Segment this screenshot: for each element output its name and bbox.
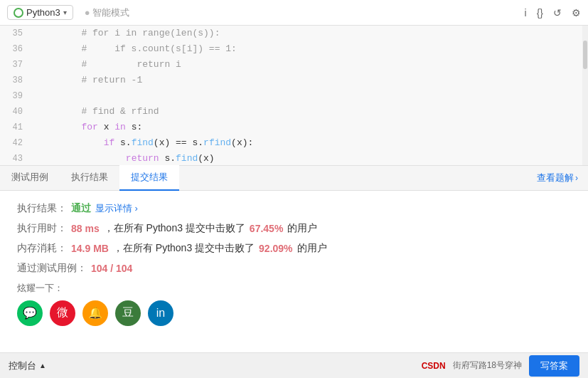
time-value: 88 ms — [71, 223, 100, 234]
line-code: for x in s: — [30, 120, 588, 135]
code-line: 38 # return -1 — [0, 73, 588, 88]
code-line: 39 — [0, 88, 588, 104]
line-number: 42 — [0, 135, 30, 151]
code-line: 35 # for i in range(len(s)): — [0, 26, 588, 41]
social-bell-button[interactable]: 🔔 — [82, 300, 108, 326]
submit-button[interactable]: 写答案 — [529, 355, 579, 377]
code-line: 37 # return i — [0, 57, 588, 73]
test-label: 通过测试用例： — [17, 262, 87, 275]
csdn-label: CSDN — [422, 361, 446, 371]
mem-value: 14.9 MB — [71, 243, 109, 254]
code-line: 40 # find & rfind — [0, 104, 588, 120]
code-line: 36 # if s.count(s[i]) == 1: — [0, 41, 588, 57]
test-count-row: 通过测试用例： 104 / 104 — [17, 262, 571, 275]
pass-badge: 通过 — [71, 202, 91, 215]
line-code: if s.find(x) == s.rfind(x): — [30, 135, 588, 151]
view-solution-label: 查看题解 — [537, 172, 574, 184]
time-suffix: 的用户 — [287, 222, 317, 235]
line-code: return s.find(x) — [30, 151, 588, 165]
mem-beat: ，在所有 Python3 提交中击败了 — [113, 242, 255, 255]
detail-link[interactable]: 显示详情 — [95, 202, 138, 215]
line-code: # find & rfind — [30, 104, 588, 120]
social-douban-button[interactable]: 豆 — [115, 300, 141, 326]
line-code: # return -1 — [30, 73, 588, 88]
test-value: 104 / 104 — [91, 263, 132, 274]
social-row: 炫耀一下： 💬微🔔豆in — [17, 282, 571, 326]
code-editor: 35 # for i in range(len(s)):36 # if s.co… — [0, 26, 588, 165]
console-button[interactable]: 控制台 ▲ — [9, 359, 46, 372]
line-number: 38 — [0, 73, 30, 88]
braces-icon[interactable]: {} — [537, 7, 543, 19]
chevron-right-icon: › — [575, 173, 578, 183]
language-selector[interactable]: Python3 ▾ — [7, 5, 73, 20]
settings-icon[interactable]: ⚙ — [572, 7, 581, 19]
code-scrollbar[interactable] — [582, 26, 588, 165]
tabs-bar: 测试用例 执行结果 提交结果 查看题解 › — [0, 165, 588, 191]
code-line: 41 for x in s: — [0, 120, 588, 135]
code-lines: 35 # for i in range(len(s)):36 # if s.co… — [0, 26, 588, 165]
chevron-down-icon: ▾ — [63, 9, 67, 16]
line-number: 35 — [0, 26, 30, 41]
line-code: # return i — [30, 57, 588, 73]
scrollbar-thumb[interactable] — [583, 41, 587, 69]
code-line: 43 return s.find(x) — [0, 151, 588, 165]
social-wechat-button[interactable]: 💬 — [17, 300, 43, 326]
info-icon[interactable]: i — [525, 7, 527, 19]
reset-icon[interactable]: ↺ — [553, 7, 562, 19]
line-code: # for i in range(len(s)): — [30, 26, 588, 41]
code-line: 42 if s.find(x) == s.rfind(x): — [0, 135, 588, 151]
time-label: 执行用时： — [17, 222, 67, 235]
author-label: 街府写路18号穿神 — [453, 359, 522, 372]
line-number: 40 — [0, 104, 30, 120]
console-label: 控制台 — [9, 359, 36, 372]
time-beat: ，在所有 Python3 提交中击败了 — [104, 222, 245, 235]
lang-icon — [14, 8, 23, 18]
bottom-bar: 控制台 ▲ CSDN 街府写路18号穿神 写答案 — [0, 352, 588, 378]
share-label: 炫耀一下： — [17, 282, 571, 295]
social-linkedin-button[interactable]: in — [148, 300, 173, 326]
line-number: 36 — [0, 41, 30, 57]
mem-label: 内存消耗： — [17, 242, 67, 255]
mem-row: 内存消耗： 14.9 MB ，在所有 Python3 提交中击败了 92.09%… — [17, 242, 571, 255]
line-number: 41 — [0, 120, 30, 135]
top-bar: Python3 ▾ 智能模式 i {} ↺ ⚙ — [0, 0, 588, 26]
lang-label: Python3 — [26, 7, 60, 18]
execution-result-row: 执行结果： 通过 显示详情 — [17, 202, 571, 215]
time-row: 执行用时： 88 ms ，在所有 Python3 提交中击败了 67.45% 的… — [17, 222, 571, 235]
social-weibo-button[interactable]: 微 — [50, 300, 75, 326]
view-solution-link[interactable]: 查看题解 › — [527, 166, 588, 190]
result-panel: 执行结果： 通过 显示详情 执行用时： 88 ms ，在所有 Python3 提… — [0, 191, 588, 353]
bottom-right: CSDN 街府写路18号穿神 写答案 — [422, 355, 579, 377]
line-number: 43 — [0, 151, 30, 165]
tab-submitresult[interactable]: 提交结果 — [119, 165, 179, 191]
tab-execresult[interactable]: 执行结果 — [60, 165, 119, 191]
mem-percent: 92.09% — [259, 243, 292, 254]
line-code: # if s.count(s[i]) == 1: — [30, 41, 588, 57]
line-number: 37 — [0, 57, 30, 73]
time-percent: 67.45% — [250, 223, 283, 234]
line-number: 39 — [0, 88, 30, 104]
mode-label: 智能模式 — [85, 6, 129, 19]
top-bar-right: i {} ↺ ⚙ — [525, 7, 581, 19]
tab-testcase[interactable]: 测试用例 — [0, 165, 60, 191]
social-icons: 💬微🔔豆in — [17, 300, 571, 326]
exec-result-label: 执行结果： — [17, 202, 67, 215]
mem-suffix: 的用户 — [297, 242, 327, 255]
chevron-up-icon: ▲ — [39, 362, 46, 369]
